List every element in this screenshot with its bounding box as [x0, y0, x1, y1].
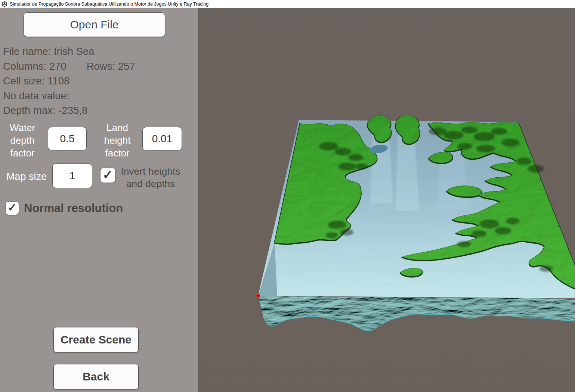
irish-sea-terrain-render [200, 8, 575, 392]
depth-max-line: Depth max: -235,8 [3, 103, 135, 118]
cell-size-value: 1108 [47, 75, 69, 87]
rows-value: 257 [118, 60, 135, 72]
checkmark-icon: ✓ [102, 168, 113, 181]
title-bar: Simulador de Propagação Sonora Subaquáti… [0, 0, 575, 8]
file-name-value: Irish Sea [54, 46, 95, 57]
cell-size-label: Cell size: [3, 75, 45, 87]
map-size-label: Map size [3, 170, 50, 183]
app-window: Simulador de Propagação Sonora Subaquáti… [0, 0, 575, 392]
create-scene-button[interactable]: Create Scene [53, 327, 139, 352]
no-data-line: No data value: [3, 88, 135, 103]
map-size-input[interactable] [52, 164, 92, 188]
open-file-button[interactable]: Open File [24, 12, 165, 37]
depth-max-value: -235,8 [58, 105, 87, 116]
checkmark-icon: ✓ [7, 202, 17, 213]
file-name-line: File name: Irish Sea [3, 44, 135, 59]
invert-heights-label: Invert heights and depths [117, 165, 185, 190]
invert-heights-checkbox[interactable]: ✓ [100, 168, 115, 183]
rows-label: Rows: [87, 60, 115, 72]
unity-logo-icon [1, 1, 7, 7]
normal-resolution-label: Normal resolution [24, 202, 123, 215]
columns-label: Columns: [3, 60, 46, 72]
columns-rows-line: Columns: 270Rows: 257 [3, 59, 135, 74]
columns-value: 270 [49, 60, 67, 72]
window-title: Simulador de Propagação Sonora Subaquáti… [10, 1, 208, 7]
control-panel: Open File File name: Irish Sea Columns: … [0, 8, 199, 392]
seafloor-cross-section [258, 296, 575, 331]
land-height-factor-label: Land height factor [96, 121, 138, 159]
land-height-factor-input[interactable] [142, 127, 182, 150]
file-name-label: File name: [3, 46, 51, 57]
origin-marker-icon[interactable] [256, 294, 260, 298]
water-depth-factor-input[interactable] [48, 127, 87, 150]
no-data-label: No data value: [3, 90, 69, 102]
depth-max-label: Depth max: [3, 105, 56, 116]
map-edge-water-sliver [258, 243, 277, 296]
cell-size-line: Cell size: 1108 [3, 74, 135, 88]
scene-viewport[interactable] [200, 8, 575, 392]
back-button[interactable]: Back [53, 364, 139, 389]
normal-resolution-checkbox[interactable]: ✓ [5, 201, 19, 215]
file-info-block: File name: Irish Sea Columns: 270Rows: 2… [3, 44, 135, 118]
water-depth-factor-label: Water depth factor [1, 121, 43, 159]
